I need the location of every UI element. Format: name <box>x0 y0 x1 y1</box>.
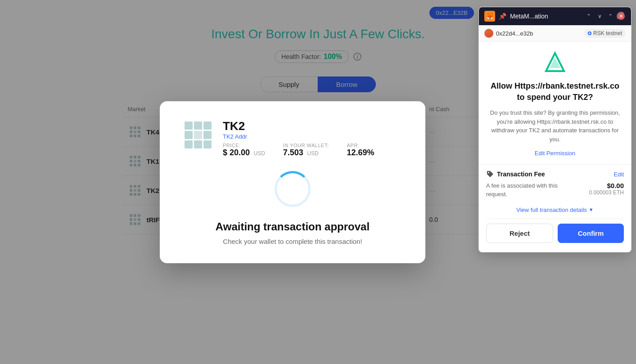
mm-window-controls: ⌃ ∨ ⌃ ✕ <box>584 12 626 21</box>
mm-fee-title: Transaction Fee <box>486 170 545 178</box>
mm-allow-title: Allow Https://rbank.testnet.rsk.co to sp… <box>486 81 624 103</box>
mm-addr-avatar <box>484 29 493 38</box>
mm-title: MetaM...ation <box>510 13 581 20</box>
svg-rect-44 <box>203 140 212 148</box>
mm-minimize-btn[interactable]: ⌃ <box>584 12 593 21</box>
mm-network: RSK testnet <box>584 29 626 38</box>
pin-icon: 📌 <box>499 13 506 20</box>
loading-spinner <box>275 171 311 207</box>
awaiting-title: Awaiting transaction approval <box>182 220 403 233</box>
chevron-down-icon: ▼ <box>589 207 594 212</box>
mm-fee-section: Transaction Fee Edit A fee is associated… <box>486 170 624 202</box>
mm-addr-text: 0x22d4...e32b <box>496 30 533 37</box>
mm-allow-desc: Do you trust this site? By granting this… <box>486 108 624 144</box>
price-value: $ 20.00 <box>223 148 250 157</box>
mm-address: 0x22d4...e32b <box>484 29 533 38</box>
transaction-modal: TK2 TK2 Addr PRICE: $ 20.00 USD IN YOUR … <box>160 101 425 263</box>
background-page: 0x22...E32B Invest Or Borrow In Just A F… <box>0 0 636 364</box>
svg-rect-41 <box>203 131 212 139</box>
view-details-link[interactable]: View full transaction details ▼ <box>486 207 624 213</box>
modal-token-info: TK2 TK2 Addr PRICE: $ 20.00 USD IN YOUR … <box>223 119 374 157</box>
reject-button[interactable]: Reject <box>486 224 553 243</box>
fee-label-text: Transaction Fee <box>497 171 545 178</box>
mm-footer: Reject Confirm <box>486 219 624 245</box>
mm-address-bar: 0x22d4...e32b RSK testnet <box>479 25 631 42</box>
apr-field: APR: 12.69% <box>347 143 374 157</box>
mm-vendure-logo <box>486 51 624 75</box>
modal-token-logo <box>182 119 214 151</box>
svg-rect-37 <box>194 121 202 130</box>
mm-fee-row: A fee is associated with this request. $… <box>486 182 624 198</box>
modal-token-name: TK2 <box>223 119 374 133</box>
network-dot <box>588 31 591 35</box>
fee-amount: $0.00 0.000003 ETH <box>589 182 624 196</box>
modal-header: TK2 TK2 Addr PRICE: $ 20.00 USD IN YOUR … <box>182 119 403 157</box>
fee-usd: $0.00 <box>589 182 624 189</box>
mm-divider <box>479 164 631 165</box>
svg-rect-38 <box>203 121 212 130</box>
fee-edit-link[interactable]: Edit <box>614 171 624 178</box>
apr-value: 12.69% <box>347 148 374 157</box>
price-field: PRICE: $ 20.00 USD <box>223 143 265 157</box>
mm-close-btn[interactable]: ✕ <box>617 12 626 21</box>
svg-rect-36 <box>185 121 193 130</box>
price-label: PRICE: <box>223 143 265 148</box>
fee-description: A fee is associated with this request. <box>486 182 567 198</box>
spinner-container <box>182 171 403 207</box>
mm-body: Allow Https://rbank.testnet.rsk.co to sp… <box>479 42 631 252</box>
svg-rect-40 <box>194 131 202 139</box>
vendure-icon <box>544 51 566 73</box>
fee-eth: 0.000003 ETH <box>589 189 624 196</box>
svg-rect-39 <box>185 131 193 139</box>
mm-up-btn[interactable]: ⌃ <box>606 12 615 21</box>
modal-fields: PRICE: $ 20.00 USD IN YOUR WALLET: 7.503… <box>223 143 374 157</box>
tag-icon <box>486 170 494 178</box>
wallet-field: IN YOUR WALLET: 7.503 USD <box>283 143 329 157</box>
price-unit: USD <box>253 150 265 157</box>
wallet-label: IN YOUR WALLET: <box>283 143 329 148</box>
metamask-fox-icon: 🦊 <box>484 11 495 22</box>
wallet-unit: USD <box>307 150 318 157</box>
svg-rect-42 <box>185 140 193 148</box>
svg-point-47 <box>488 172 489 173</box>
view-details-text: View full transaction details <box>516 207 587 213</box>
confirm-button[interactable]: Confirm <box>558 224 624 243</box>
modal-token-addr[interactable]: TK2 Addr <box>223 133 374 140</box>
awaiting-subtitle: Check your wallet to complete this trans… <box>182 238 403 245</box>
metamask-popup: 🦊 📌 MetaM...ation ⌃ ∨ ⌃ ✕ 0x22d4...e32b … <box>478 7 631 252</box>
mm-fee-header: Transaction Fee Edit <box>486 170 624 178</box>
edit-permission-link[interactable]: Edit Permission <box>535 150 575 157</box>
mm-edit-permission: Edit Permission <box>486 149 624 157</box>
network-name: RSK testnet <box>593 30 622 36</box>
svg-rect-43 <box>194 140 202 148</box>
mm-expand-btn[interactable]: ∨ <box>595 12 604 21</box>
wallet-value: 7.503 <box>283 148 303 157</box>
apr-label: APR: <box>347 143 374 148</box>
mm-titlebar: 🦊 📌 MetaM...ation ⌃ ∨ ⌃ ✕ <box>479 7 631 25</box>
